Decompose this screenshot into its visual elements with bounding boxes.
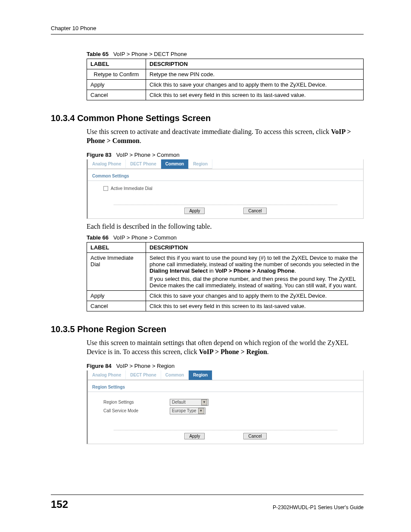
t66-r0-p1-pre: Select this if you want to use the pound… [149, 255, 359, 268]
figure84-caption: Figure 84 VoIP > Phone > Region [87, 363, 364, 369]
chapter-label: Chapter 10 Phone [51, 25, 97, 31]
table65-caption: Table 65 VoIP > Phone > DECT Phone [87, 51, 364, 57]
figure83-caption-text: VoIP > Phone > Common [116, 152, 180, 158]
page-header: Chapter 10 Phone [51, 25, 364, 34]
table66-caption-label: Table 66 [87, 234, 109, 241]
tab-region[interactable]: Region [189, 370, 212, 380]
figure84-tabs: Analog Phone DECT Phone Common Region [88, 370, 363, 380]
intro-post: . [140, 137, 141, 144]
t66-r0-p1-b2: VoIP > Phone > Analog Phone [215, 268, 294, 274]
section-1035-intro: Use this screen to maintain settings tha… [87, 339, 364, 357]
table66-r0-desc: Select this if you want to use the pound… [146, 253, 364, 291]
call-service-mode-select[interactable]: Europe Type ▼ [170, 408, 206, 414]
table65-head-desc: DESCRIPTION [146, 59, 364, 69]
intro-post-1035: . [267, 348, 269, 355]
table65-r0-desc: Retype the new PIN code. [146, 69, 364, 80]
after-fig83-text: Each field is described in the following… [87, 222, 364, 231]
table66-r2-label: Cancel [87, 301, 146, 311]
apply-button[interactable]: Apply [184, 433, 205, 439]
active-immediate-dial-label: Active Immediate Dial [111, 186, 153, 191]
tab-analog-phone[interactable]: Analog Phone [88, 370, 126, 380]
region-settings-row: Region Settings Default ▼ [103, 399, 355, 406]
call-service-mode-label: Call Service Mode [103, 408, 170, 413]
figure84-caption-text: VoIP > Phone > Region [116, 363, 175, 369]
table66-head-label: LABEL [87, 243, 146, 253]
chevron-down-icon: ▼ [201, 399, 207, 405]
tab-analog-phone[interactable]: Analog Phone [88, 159, 126, 169]
figure84-buttons: Apply Cancel [88, 433, 363, 444]
table66-r2-desc: Click this to set every field in this sc… [146, 301, 364, 311]
section-1034-intro: Use this screen to activate and deactiva… [87, 128, 364, 146]
table65-r2-label: Cancel [87, 90, 146, 100]
table65-caption-label: Table 65 [87, 51, 109, 57]
call-service-mode-value: Europe Type [172, 408, 196, 413]
table65-r2-desc: Click this to set every field in this sc… [146, 90, 364, 100]
figure83-caption: Figure 83 VoIP > Phone > Common [87, 152, 364, 158]
cancel-button[interactable]: Cancel [243, 208, 266, 214]
page-number: 152 [51, 498, 68, 510]
intro-bold-1035: VoIP > Phone > Region [199, 348, 267, 355]
table-row: Apply Click this to save your changes an… [87, 80, 364, 90]
figure83-ui: Analog Phone DECT Phone Common Region Co… [87, 159, 364, 219]
figure83-buttons: Apply Cancel [88, 208, 363, 218]
intro-pre: Use this screen to activate and deactiva… [87, 128, 331, 135]
table65: LABEL DESCRIPTION Retype to Confirm Rety… [87, 59, 364, 100]
call-service-mode-row: Call Service Mode Europe Type ▼ [103, 408, 355, 414]
tab-region[interactable]: Region [189, 159, 212, 169]
table-row: Cancel Click this to set every field in … [87, 90, 364, 100]
active-immediate-dial-checkbox[interactable] [103, 186, 108, 191]
table66-r1-desc: Click this to save your changes and to a… [146, 291, 364, 301]
active-immediate-dial-row: Active Immediate Dial [103, 186, 355, 191]
figure84-caption-label: Figure 84 [87, 363, 112, 369]
tab-dect-phone[interactable]: DECT Phone [126, 370, 161, 380]
t66-r0-p1-post: . [294, 268, 296, 274]
table-row: Apply Click this to save your changes an… [87, 291, 364, 301]
region-settings-value: Default [172, 400, 186, 404]
table66-r1-label: Apply [87, 291, 146, 301]
table66-caption: Table 66 VoIP > Phone > Common [87, 234, 364, 241]
t66-r0-p1-mid: in [208, 268, 215, 274]
tab-dect-phone[interactable]: DECT Phone [126, 159, 161, 169]
table66-r0-label: Active Immediate Dial [87, 253, 146, 291]
figure83-caption-label: Figure 83 [87, 152, 112, 158]
tab-common[interactable]: Common [161, 159, 189, 169]
divider [114, 430, 337, 430]
section-1035-heading: 10.3.5 Phone Region Screen [51, 324, 364, 334]
t66-r0-p1-b1: Dialing Interval Select [149, 268, 208, 274]
table66-caption-text: VoIP > Phone > Common [113, 234, 177, 241]
table66: LABEL DESCRIPTION Active Immediate Dial … [87, 242, 364, 311]
table66-head-desc: DESCRIPTION [146, 243, 364, 253]
page-footer: 152 P-2302HWUDL-P1 Series User's Guide [51, 495, 364, 510]
tab-common[interactable]: Common [161, 370, 189, 380]
table65-r1-desc: Click this to save your changes and to a… [146, 80, 364, 90]
figure84-section-title: Region Settings [88, 381, 363, 392]
figure83-tabs: Analog Phone DECT Phone Common Region [88, 159, 363, 169]
divider [114, 205, 337, 205]
table65-caption-text: VoIP > Phone > DECT Phone [113, 51, 187, 57]
cancel-button[interactable]: Cancel [243, 433, 266, 439]
table-row: Active Immediate Dial Select this if you… [87, 253, 364, 291]
region-settings-label: Region Settings [103, 400, 170, 404]
chevron-down-icon: ▼ [198, 408, 204, 414]
table65-r1-label: Apply [87, 80, 146, 90]
t66-r0-p2: If you select this, dial the phone numbe… [149, 276, 360, 289]
apply-button[interactable]: Apply [184, 208, 205, 214]
figure84-ui: Analog Phone DECT Phone Common Region Re… [87, 370, 364, 444]
table-row: Retype to Confirm Retype the new PIN cod… [87, 69, 364, 80]
guide-title: P-2302HWUDL-P1 Series User's Guide [273, 504, 364, 510]
table65-r0-label: Retype to Confirm [87, 69, 146, 80]
section-1034-heading: 10.3.4 Common Phone Settings Screen [51, 113, 364, 123]
table-row: Cancel Click this to set every field in … [87, 301, 364, 311]
figure83-section-title: Common Settings [88, 170, 363, 181]
table65-head-label: LABEL [87, 59, 146, 69]
region-settings-select[interactable]: Default ▼ [170, 399, 209, 406]
